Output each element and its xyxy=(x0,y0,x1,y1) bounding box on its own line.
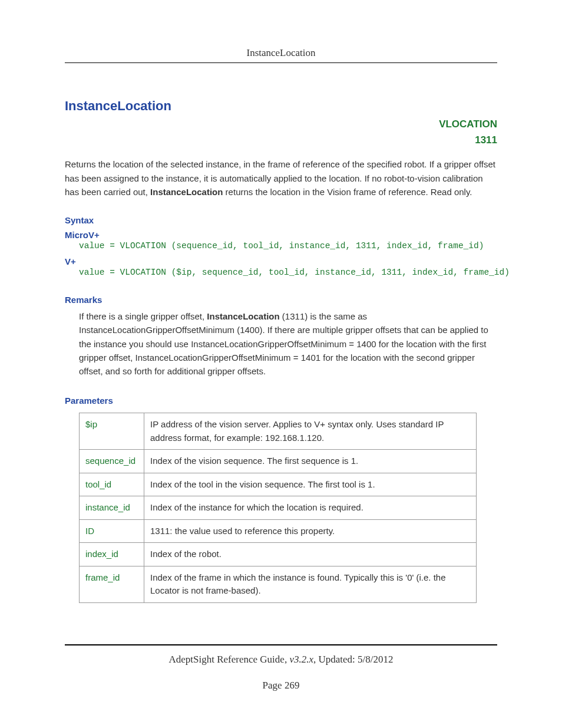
footer-text: AdeptSight Reference Guide, v3.2.x, Upda… xyxy=(65,654,497,666)
param-name: sequence_id xyxy=(80,450,144,473)
param-desc: Index of the instance for which the loca… xyxy=(144,496,477,520)
param-desc: Index of the frame in which the instance… xyxy=(144,566,477,602)
remarks-bold: InstanceLocation xyxy=(207,311,279,321)
param-desc: Index of the robot. xyxy=(144,543,477,566)
tag-name: VLOCATION xyxy=(65,116,497,132)
param-name: instance_id xyxy=(80,496,144,520)
syntax-heading: Syntax xyxy=(65,215,497,225)
param-desc: Index of the tool in the vision sequence… xyxy=(144,473,477,496)
remarks-pre: If there is a single gripper offset, xyxy=(79,311,207,321)
microv-label: MicroV+ xyxy=(65,230,497,240)
param-name: frame_id xyxy=(80,566,144,602)
param-name: $ip xyxy=(80,413,144,450)
intro-post: returns the location in the Vision frame… xyxy=(223,187,472,197)
footer-version: , v3.2.x xyxy=(285,654,313,665)
parameters-table: $ipIP address of the vision server. Appl… xyxy=(79,413,477,603)
page-title: InstanceLocation xyxy=(65,98,497,114)
page-number: Page 269 xyxy=(65,680,497,691)
intro-paragraph: Returns the location of the selected ins… xyxy=(65,157,497,199)
vplus-code: value = VLOCATION ($ip, sequence_id, too… xyxy=(79,268,497,277)
param-name: tool_id xyxy=(80,473,144,496)
tag-code: 1311 xyxy=(65,132,497,148)
remarks-body: If there is a single gripper offset, Ins… xyxy=(79,309,497,378)
header-divider xyxy=(65,62,497,63)
param-desc: IP address of the vision server. Applies… xyxy=(144,413,477,450)
parameters-heading: Parameters xyxy=(65,396,497,406)
remarks-heading: Remarks xyxy=(65,295,497,305)
table-row: index_idIndex of the robot. xyxy=(80,543,477,566)
footer-doc: AdeptSight Reference Guide xyxy=(169,654,285,665)
microv-code: value = VLOCATION (sequence_id, tool_id,… xyxy=(79,241,497,251)
table-row: ID1311: the value used to reference this… xyxy=(80,519,477,543)
param-desc: 1311: the value used to reference this p… xyxy=(144,519,477,543)
table-row: sequence_idIndex of the vision sequence.… xyxy=(80,450,477,473)
param-name: ID xyxy=(80,519,144,543)
param-name: index_id xyxy=(80,543,144,566)
table-row: frame_idIndex of the frame in which the … xyxy=(80,566,477,602)
param-desc: Index of the vision sequence. The first … xyxy=(144,450,477,473)
running-header: InstanceLocation xyxy=(65,47,497,59)
vplus-label: V+ xyxy=(65,256,497,266)
property-tag: VLOCATION 1311 xyxy=(65,116,497,148)
footer-divider xyxy=(65,644,497,645)
footer-updated: , Updated: 5/8/2012 xyxy=(313,654,394,665)
table-row: $ipIP address of the vision server. Appl… xyxy=(80,413,477,450)
table-row: tool_idIndex of the tool in the vision s… xyxy=(80,473,477,496)
intro-bold: InstanceLocation xyxy=(150,187,223,197)
table-row: instance_idIndex of the instance for whi… xyxy=(80,496,477,520)
